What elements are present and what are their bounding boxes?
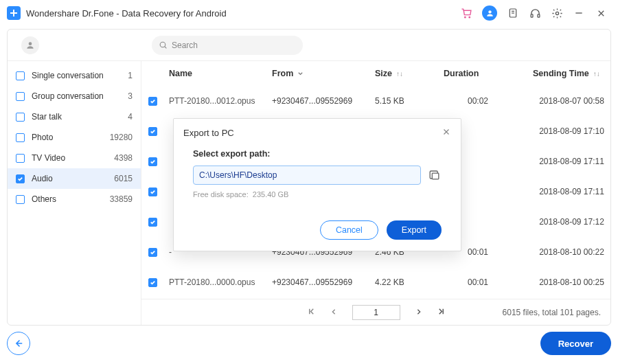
table-row[interactable]: PTT-20180...0012.opus+9230467...09552969… [141, 86, 610, 116]
col-name[interactable]: Name [169, 69, 272, 78]
svg-rect-1 [10, 12, 17, 14]
row-checkbox[interactable] [148, 218, 157, 227]
cancel-button[interactable]: Cancel [320, 220, 378, 240]
cell-duration: 00:01 [444, 277, 533, 287]
cell-sendtime: 2018-08-09 17:10 [533, 126, 610, 136]
pager-info: 6015 files, total 101 pages. [503, 308, 601, 317]
sidebar-item-others[interactable]: Others33859 [8, 189, 141, 209]
pager: 6015 files, total 101 pages. [141, 299, 610, 325]
cell-name: PTT-20180...0012.opus [169, 96, 272, 106]
checkbox[interactable] [16, 133, 25, 142]
page-last-icon[interactable] [437, 308, 445, 317]
col-duration[interactable]: Duration [444, 69, 533, 78]
sidebar-item-label: Group conversation [32, 91, 104, 101]
svg-rect-8 [531, 14, 533, 16]
sidebar-item-tv-video[interactable]: TV Video4398 [8, 148, 141, 168]
svg-point-3 [469, 16, 470, 17]
app-title: Wondershare Dr.Fone - Data Recovery for … [26, 8, 227, 19]
footer: Recover [7, 330, 611, 357]
svg-line-16 [165, 47, 167, 49]
sidebar-item-count: 6015 [114, 174, 133, 183]
search-icon [159, 41, 168, 49]
cell-sendtime: 2018-08-10 00:25 [533, 277, 610, 287]
cell-sendtime: 2018-08-09 17:11 [533, 187, 610, 196]
checkbox[interactable] [16, 195, 25, 204]
app-logo [7, 6, 21, 20]
svg-rect-20 [432, 173, 439, 179]
search-input[interactable]: Search [152, 36, 303, 55]
sidebar-item-photo[interactable]: Photo19280 [8, 127, 141, 148]
page-input[interactable] [352, 305, 400, 320]
svg-point-14 [29, 42, 32, 45]
dialog-close-icon[interactable] [442, 127, 451, 139]
export-path-input[interactable] [193, 166, 421, 185]
minimize-icon[interactable] [573, 7, 585, 19]
sidebar-item-count: 3 [128, 91, 133, 101]
close-icon[interactable] [595, 7, 607, 19]
cell-size: 4.22 KB [375, 277, 444, 287]
col-from[interactable]: From [272, 69, 375, 78]
sidebar-item-star-talk[interactable]: Star talk4 [8, 106, 141, 127]
sidebar-item-audio[interactable]: Audio6015 [8, 168, 141, 189]
sidebar-item-group-conversation[interactable]: Group conversation3 [8, 86, 141, 106]
row-checkbox[interactable] [148, 248, 157, 257]
checkbox[interactable] [16, 154, 25, 163]
sidebar-item-label: Photo [32, 133, 53, 142]
row-checkbox[interactable] [148, 127, 157, 136]
page-next-icon[interactable] [415, 308, 422, 317]
page-first-icon[interactable] [308, 308, 315, 317]
headset-icon[interactable] [529, 7, 541, 19]
back-button[interactable] [7, 332, 30, 355]
sidebar-item-count: 4 [128, 112, 133, 122]
checkbox[interactable] [16, 113, 25, 122]
toolbar: Search [8, 30, 610, 61]
table-row[interactable]: PTT-20180...0000.opus+9230467...09552969… [141, 267, 610, 297]
sidebar-item-single-conversation[interactable]: Single conversation1 [8, 65, 141, 86]
page-prev-icon[interactable] [330, 308, 337, 317]
note-icon[interactable] [507, 7, 519, 19]
checkbox[interactable] [16, 174, 25, 183]
browse-folder-icon[interactable] [428, 168, 442, 182]
dialog-title: Export to PC [183, 128, 234, 138]
cell-duration: 00:02 [444, 96, 533, 106]
cell-sendtime: 2018-08-09 17:12 [533, 217, 610, 227]
sidebar-item-count: 19280 [110, 133, 133, 142]
cell-sendtime: 2018-08-09 17:11 [533, 157, 610, 166]
contact-icon[interactable] [21, 36, 39, 54]
sidebar-item-label: Star talk [32, 112, 62, 122]
sidebar-item-label: TV Video [32, 153, 65, 163]
cell-name: PTT-20180...0000.opus [169, 277, 272, 287]
sort-icon: ↑↓ [396, 70, 403, 78]
cell-size: 5.15 KB [375, 96, 444, 106]
export-button[interactable]: Export [387, 220, 442, 240]
row-checkbox[interactable] [148, 187, 157, 196]
gear-icon[interactable] [551, 7, 563, 19]
svg-point-10 [556, 12, 558, 14]
sidebar-item-count: 4398 [114, 153, 133, 163]
sidebar-item-count: 33859 [110, 194, 133, 204]
user-avatar-icon[interactable] [482, 5, 497, 21]
col-size[interactable]: Size↑↓ [375, 69, 444, 78]
sidebar-item-label: Single conversation [32, 71, 104, 80]
recover-button[interactable]: Recover [540, 332, 611, 355]
col-sendtime[interactable]: Sending Time↑↓ [533, 69, 610, 78]
search-placeholder: Search [172, 41, 198, 50]
chevron-down-icon [297, 71, 304, 77]
sort-icon: ↑↓ [593, 70, 600, 78]
sidebar: Single conversation1Group conversation3S… [8, 61, 141, 325]
svg-point-15 [160, 42, 165, 47]
checkbox[interactable] [16, 92, 25, 101]
svg-point-4 [488, 10, 491, 13]
cell-sendtime: 2018-08-07 00:58 [533, 96, 610, 106]
row-checkbox[interactable] [148, 157, 157, 166]
cell-sendtime: 2018-08-10 00:22 [533, 247, 610, 257]
row-checkbox[interactable] [148, 97, 157, 106]
row-checkbox[interactable] [148, 278, 157, 287]
cart-icon[interactable] [460, 7, 472, 19]
free-space-text: Free disk space: 235.40 GB [193, 190, 442, 198]
cell-from: +9230467...09552969 [272, 96, 375, 106]
sidebar-item-label: Others [32, 194, 56, 204]
sidebar-item-count: 1 [128, 71, 133, 80]
checkbox[interactable] [16, 71, 25, 80]
svg-rect-9 [538, 14, 540, 16]
